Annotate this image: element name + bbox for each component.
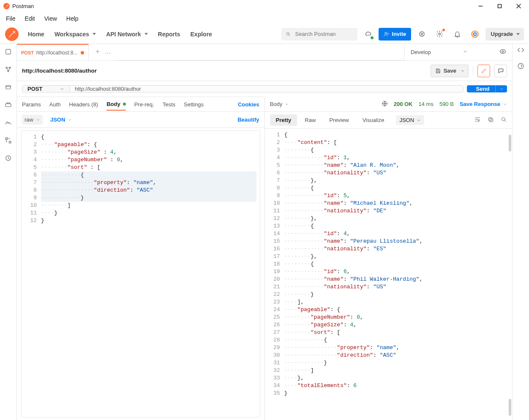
menubar: File Edit View Help [0, 13, 529, 24]
request-tab[interactable]: POST http://localhost:8... [17, 44, 89, 60]
environment-selector[interactable]: Develop [411, 49, 431, 55]
menu-help[interactable]: Help [62, 14, 83, 23]
method-select[interactable]: POST [22, 86, 70, 92]
save-label: Save [444, 68, 456, 74]
rail-flows-icon[interactable] [3, 135, 14, 145]
response-tab-pretty[interactable]: Pretty [270, 114, 297, 126]
svg-rect-23 [489, 117, 492, 121]
response-time: 14 ms [419, 101, 434, 107]
notifications-icon[interactable] [450, 28, 464, 41]
rail-monitors-icon[interactable] [3, 117, 14, 127]
subtab-params[interactable]: Params [22, 99, 41, 110]
response-body-dropdown[interactable]: Body [270, 101, 289, 107]
subtab-prereq[interactable]: Pre-req. [134, 99, 154, 110]
url-input[interactable]: http://localhost:8080/author [70, 86, 463, 92]
send-button[interactable]: Send [467, 85, 507, 92]
save-menu[interactable] [457, 65, 469, 77]
subtab-auth[interactable]: Auth [49, 99, 61, 110]
svg-point-3 [420, 32, 424, 36]
left-rail [0, 44, 17, 420]
nav-home[interactable]: Home [23, 28, 49, 40]
nav-api-network[interactable]: API Network [101, 28, 153, 40]
rail-apis-icon[interactable] [3, 64, 14, 74]
settings-icon[interactable] [432, 28, 447, 41]
menu-file[interactable]: File [2, 14, 20, 23]
new-tab-button[interactable] [95, 49, 101, 56]
subtab-headers[interactable]: Headers (8) [69, 99, 98, 110]
cookies-link[interactable]: Cookies [238, 101, 259, 108]
svg-rect-15 [9, 141, 11, 143]
rail-environments-icon[interactable] [3, 82, 14, 92]
svg-point-2 [385, 32, 387, 34]
rail-collections-icon[interactable] [3, 46, 14, 57]
tab-method: POST [21, 50, 34, 55]
svg-rect-12 [6, 85, 11, 89]
window-title: Postman [12, 3, 34, 9]
svg-rect-13 [5, 103, 11, 106]
comments-icon[interactable] [494, 65, 507, 77]
unsaved-indicator [81, 51, 84, 54]
subtab-settings[interactable]: Settings [184, 99, 204, 110]
wrap-icon[interactable] [474, 116, 481, 124]
search-box[interactable] [281, 28, 357, 41]
svg-rect-8 [6, 49, 11, 54]
send-label: Send [476, 86, 490, 92]
menu-edit[interactable]: Edit [21, 14, 39, 23]
response-status: 200 OK [394, 101, 413, 107]
request-body-editor[interactable]: 123456789101112 {····"pageable": {······… [21, 130, 260, 417]
rail-code-icon[interactable] [517, 46, 524, 55]
scrollbar[interactable] [509, 399, 511, 416]
svg-point-1 [286, 32, 289, 35]
sync-icon[interactable] [361, 28, 375, 41]
body-modified-dot [123, 103, 126, 106]
response-tab-raw[interactable]: Raw [299, 114, 322, 126]
save-response-button[interactable]: Save Response [460, 101, 507, 107]
window-minimize[interactable] [471, 0, 490, 13]
svg-point-4 [421, 33, 423, 35]
invite-label: Invite [392, 31, 406, 37]
copy-icon[interactable] [488, 117, 494, 124]
capture-icon[interactable] [414, 28, 429, 41]
env-quicklook-icon[interactable] [499, 48, 506, 56]
response-size: 590 B [439, 101, 454, 107]
beautify-link[interactable]: Beautify [237, 117, 259, 123]
rail-info-icon[interactable] [517, 62, 524, 71]
nav-explore[interactable]: Explore [185, 28, 217, 40]
app-icon [3, 3, 10, 9]
send-menu[interactable] [495, 85, 507, 92]
save-response-label: Save Response [460, 101, 500, 107]
svg-point-5 [439, 33, 440, 35]
window-close[interactable] [509, 0, 528, 13]
subtab-body-label: Body [106, 101, 120, 107]
scrollbar[interactable] [509, 135, 511, 152]
upgrade-button[interactable]: Upgrade [485, 28, 524, 41]
svg-point-18 [107, 53, 108, 54]
globe-icon[interactable] [382, 100, 388, 108]
avatar[interactable] [468, 28, 482, 41]
subtab-tests[interactable]: Tests [163, 99, 175, 110]
subtab-body[interactable]: Body [106, 98, 126, 111]
chevron-down-icon[interactable] [463, 49, 468, 55]
response-tab-preview[interactable]: Preview [323, 114, 354, 126]
tab-menu[interactable] [105, 49, 111, 55]
response-tab-visualize[interactable]: Visualize [357, 114, 390, 126]
nav-reports[interactable]: Reports [153, 28, 185, 40]
edit-icon[interactable] [477, 65, 490, 77]
menu-view[interactable]: View [40, 14, 61, 23]
invite-button[interactable]: Invite [379, 28, 411, 41]
search-response-icon[interactable] [501, 117, 507, 124]
response-format-select[interactable]: JSON [396, 115, 424, 125]
svg-rect-22 [490, 119, 493, 122]
body-type-select[interactable]: raw [22, 115, 43, 125]
window-titlebar: Postman [0, 0, 529, 13]
nav-workspaces[interactable]: Workspaces [49, 28, 101, 40]
rail-history-icon[interactable] [3, 153, 14, 163]
postman-logo [5, 27, 19, 41]
search-input[interactable] [294, 30, 353, 38]
svg-point-20 [502, 51, 504, 52]
response-body-viewer[interactable]: 1234567891011121314151617181920212223242… [265, 129, 513, 420]
window-maximize[interactable] [490, 0, 509, 13]
rail-mock-icon[interactable] [3, 100, 14, 110]
right-rail [512, 44, 529, 420]
body-format-select[interactable]: JSON [50, 117, 72, 123]
